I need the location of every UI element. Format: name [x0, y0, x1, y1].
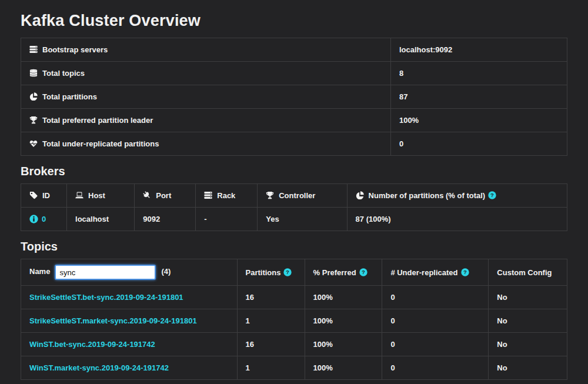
brokers-section: Brokers ID Host Port Rack Controller Num… [21, 165, 567, 231]
broker-id-link[interactable]: 0 [29, 215, 46, 223]
broker-id-cell: 0 [21, 208, 67, 231]
column-label: Port [156, 191, 171, 200]
svg-text:?: ? [286, 269, 290, 275]
overview-label-cell: Total preferred partition leader [21, 109, 391, 132]
topic-name-cell: WinST.market-sync.2019-09-24-191742 [21, 356, 238, 380]
topic-name-cell: StrikeSettleST.bet-sync.2019-09-24-19180… [21, 286, 238, 309]
broker-id: 0 [42, 215, 46, 223]
topic-under-replicated-cell: 0 [382, 333, 489, 356]
topic-preferred-cell: 100% [305, 286, 382, 309]
broker-controller-cell: Yes [258, 208, 347, 231]
column-label: Number of partitions (% of total) [369, 191, 486, 200]
broker-row: 0 localhost 9092 - Yes 87 (100%) [21, 208, 567, 231]
kafka-cluster-overview-page: Kafka Cluster Overview Bootstrap servers… [0, 0, 588, 384]
topic-partitions-cell: 16 [237, 286, 305, 309]
topic-row: WinST.bet-sync.2019-09-24-191742 16 100%… [21, 333, 567, 356]
topic-name-filter-input[interactable] [55, 265, 156, 280]
topic-partitions-cell: 1 [237, 309, 305, 333]
overview-label-cell: Total partitions [21, 85, 391, 109]
topic-custom-config-cell: No [489, 356, 567, 380]
database-icon [29, 69, 38, 77]
question-circle-icon[interactable]: ? [283, 268, 292, 276]
topic-link[interactable]: WinST.market-sync.2019-09-24-191742 [29, 363, 169, 372]
column-label: % Preferred [313, 268, 356, 277]
trophy-icon [266, 191, 274, 199]
brokers-col-id: ID [21, 184, 67, 208]
overview-value-cell: 100% [390, 109, 567, 132]
server-icon [204, 191, 212, 199]
topic-preferred-cell: 100% [305, 356, 382, 380]
brokers-col-port: Port [135, 184, 196, 208]
brokers-col-rack: Rack [196, 184, 258, 208]
column-label: Custom Config [497, 268, 552, 277]
topic-custom-config-cell: No [489, 309, 567, 333]
topic-row: StrikeSettleST.market-sync.2019-09-24-19… [21, 309, 567, 333]
table-row: Total partitions 87 [21, 85, 567, 109]
laptop-icon [75, 191, 83, 199]
topic-link[interactable]: StrikeSettleST.market-sync.2019-09-24-19… [29, 316, 197, 325]
topic-under-replicated-cell: 0 [382, 356, 489, 380]
brokers-col-controller: Controller [258, 184, 347, 208]
overview-label-cell: Total topics [21, 62, 391, 85]
overview-value-cell: localhost:9092 [390, 38, 567, 62]
tag-icon [29, 191, 38, 199]
question-circle-icon[interactable]: ? [461, 268, 469, 276]
info-circle-icon [29, 215, 38, 223]
topic-under-replicated-cell: 0 [382, 286, 489, 309]
brokers-col-partitions: Number of partitions (% of total)? [347, 184, 567, 208]
overview-label: Total preferred partition leader [42, 116, 153, 125]
svg-text:?: ? [362, 269, 365, 275]
plug-icon [143, 191, 151, 199]
overview-label-cell: Bootstrap servers [21, 38, 391, 62]
column-label: Rack [217, 191, 235, 200]
topic-preferred-cell: 100% [305, 309, 382, 333]
trophy-icon [29, 116, 38, 124]
overview-value-cell: 8 [390, 62, 567, 85]
cluster-overview-section: Bootstrap servers localhost:9092 Total t… [21, 38, 567, 156]
topics-col-custom-config: Custom Config [489, 259, 567, 286]
topic-link[interactable]: StrikeSettleST.bet-sync.2019-09-24-19180… [29, 293, 183, 302]
column-label: Controller [279, 191, 315, 200]
topics-col-name: Name(4) [21, 259, 238, 286]
table-row: Bootstrap servers localhost:9092 [21, 38, 567, 62]
topic-under-replicated-cell: 0 [382, 309, 489, 333]
table-row: Total preferred partition leader 100% [21, 109, 567, 132]
overview-label-cell: Total under-replicated partitions [21, 132, 391, 156]
topics-col-preferred: % Preferred? [305, 259, 382, 286]
topic-link[interactable]: WinST.bet-sync.2019-09-24-191742 [29, 340, 155, 349]
topics-table: Name(4) Partitions? % Preferred? # Under… [21, 259, 567, 380]
column-label: Partitions [246, 268, 281, 277]
topic-custom-config-cell: No [489, 333, 567, 356]
question-circle-icon[interactable]: ? [359, 268, 368, 276]
topic-custom-config-cell: No [489, 286, 567, 309]
overview-label: Bootstrap servers [42, 45, 108, 54]
topics-heading: Topics [21, 240, 567, 253]
column-label: ID [42, 191, 50, 200]
brokers-col-host: Host [67, 184, 135, 208]
broker-port-cell: 9092 [135, 208, 196, 231]
brokers-table: ID Host Port Rack Controller Number of p… [21, 183, 567, 231]
pie-chart-icon [356, 191, 364, 199]
broker-partitions-cell: 87 (100%) [347, 208, 567, 231]
server-icon [29, 45, 38, 54]
topic-name-cell: WinST.bet-sync.2019-09-24-191742 [21, 333, 238, 356]
page-title: Kafka Cluster Overview [21, 12, 567, 30]
broker-rack-cell: - [196, 208, 258, 231]
brokers-heading: Brokers [21, 165, 567, 178]
overview-value-cell: 87 [390, 85, 567, 109]
overview-label: Total under-replicated partitions [42, 139, 159, 148]
svg-text:?: ? [463, 269, 467, 275]
overview-label: Total partitions [42, 92, 97, 101]
topics-header-row: Name(4) Partitions? % Preferred? # Under… [21, 259, 567, 286]
table-row: Total topics 8 [21, 62, 567, 85]
topics-section: Topics Name(4) Partitions? % Preferred? … [21, 240, 567, 380]
column-label: Host [88, 191, 105, 200]
topic-partitions-cell: 16 [237, 333, 305, 356]
overview-value-cell: 0 [390, 132, 567, 156]
column-label: # Under-replicated [390, 268, 457, 277]
pie-chart-icon [29, 92, 38, 101]
question-circle-icon[interactable]: ? [488, 191, 496, 199]
name-filter-label: Name [29, 267, 50, 276]
brokers-header-row: ID Host Port Rack Controller Number of p… [21, 184, 567, 208]
topic-preferred-cell: 100% [305, 333, 382, 356]
